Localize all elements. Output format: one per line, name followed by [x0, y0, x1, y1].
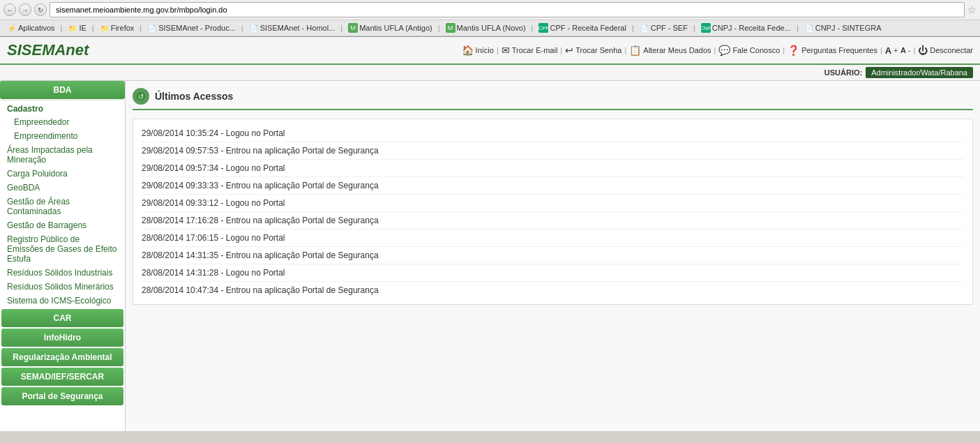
sidebar-item-empreendedor[interactable]: Empreendedor — [0, 115, 125, 129]
bookmark-sisema-prod[interactable]: 📄 SISEMAnet - Produc... — [144, 22, 239, 34]
mantis-icon-2: M — [446, 23, 455, 33]
user-name: Administrador/Wata/Rabana — [866, 67, 973, 78]
address-bar[interactable] — [50, 2, 965, 17]
log-entry-7: 28/08/2014 17:06:15 - Logou no Portal — [142, 230, 964, 247]
bookmark-star-icon[interactable]: ☆ — [967, 4, 977, 15]
forward-button[interactable]: → — [19, 3, 31, 16]
sidebar-item-empreendimento[interactable]: Empreendimento — [0, 129, 125, 143]
app-logo: SISEMAnet — [7, 41, 89, 59]
sidebar-bda-button[interactable]: BDA — [0, 81, 125, 99]
folder-icon-2: 📁 — [100, 23, 110, 33]
sidebar-item-residuos-minerarios[interactable]: Resíduos Sólidos Minerários — [0, 280, 125, 294]
log-entry-4: 29/08/2014 09:33:33 - Entrou na aplicaçã… — [142, 177, 964, 195]
bookmarks-bar: ⚡ Aplicativos | 📁 IE | 📁 Firefox | 📄 SIS… — [0, 20, 980, 36]
bookmark-cpf-sef[interactable]: 📄 CPF - SEF — [636, 22, 691, 34]
sidebar-item-icms-ecologico[interactable]: Sistema do ICMS-Ecológico — [0, 294, 125, 308]
sidebar-item-areas-impactadas[interactable]: Áreas Impactadas pela Mineração — [0, 143, 125, 167]
home-icon: 🏠 — [462, 45, 474, 56]
bookmark-aplicativos[interactable]: ⚡ Aplicativos — [3, 22, 59, 34]
log-entry-9: 28/08/2014 14:31:28 - Logou no Portal — [142, 264, 964, 282]
top-nav-links: 🏠 Início | ✉ Trocar E-mail | ↩ Trocar Se… — [462, 45, 973, 56]
email-icon: ✉ — [502, 45, 510, 56]
bookmark-ie[interactable]: 📁 IE — [64, 22, 89, 34]
sidebar-portal-seguranca-button[interactable]: Portal de Segurança — [1, 387, 123, 405]
page-icon-4: 📄 — [804, 23, 814, 33]
content-title: Últimos Acessos — [155, 91, 233, 102]
page-icon-3: 📄 — [640, 23, 649, 33]
bookmark-mantis-novo[interactable]: M Mantis UFLA (Novo) — [442, 22, 529, 34]
log-entry-6: 28/08/2014 17:16:28 - Entrou na aplicaçã… — [142, 212, 964, 230]
sidebar-item-gestao-barragens[interactable]: Gestão de Barragens — [0, 218, 125, 232]
nav-alterar-dados[interactable]: 📋 Alterar Meus Dados — [629, 45, 711, 56]
nav-fale-conosco[interactable]: 💬 Fale Conosco — [718, 45, 780, 56]
access-log: 29/08/2014 10:35:24 - Logou no Portal 29… — [133, 119, 973, 305]
key-icon: ↩ — [565, 45, 573, 56]
page-icon-2: 📄 — [249, 23, 259, 33]
nav-trocar-senha[interactable]: ↩ Trocar Senha — [565, 45, 621, 56]
browser-chrome: ← → ↻ ☆ ⚡ Aplicativos | 📁 IE | 📁 Firefox… — [0, 0, 980, 37]
content-header-icon: ↺ — [133, 88, 149, 105]
browser-toolbar: ← → ↻ ☆ — [0, 0, 980, 20]
log-entry-3: 29/08/2014 09:57:34 - Logou no Portal — [142, 160, 964, 177]
bookmark-cpf-receita[interactable]: CPF CPF - Receita Federal — [535, 22, 629, 34]
apps-icon: ⚡ — [7, 23, 17, 33]
nav-font-increase[interactable]: A+ — [885, 45, 898, 56]
edit-icon: 📋 — [629, 45, 641, 56]
sidebar-item-registro-publico[interactable]: Registro Público de Emissões de Gases de… — [0, 232, 125, 266]
log-entry-8: 28/08/2014 14:31:35 - Entrou na aplicaçã… — [142, 247, 964, 264]
sidebar-item-gestao-areas[interactable]: Gestão de Áreas Contaminadas — [0, 195, 125, 218]
content-area: ↺ Últimos Acessos 29/08/2014 10:35:24 - … — [126, 81, 980, 431]
bookmark-sisema-homol[interactable]: 📄 SISEMAnet - Homol... — [246, 22, 339, 34]
reload-button[interactable]: ↻ — [34, 3, 47, 16]
content-header: ↺ Últimos Acessos — [133, 88, 973, 110]
log-entry-1: 29/08/2014 10:35:24 - Logou no Portal — [142, 125, 964, 142]
back-button[interactable]: ← — [3, 3, 16, 16]
bookmark-cnpj-receita[interactable]: CNP CNPJ - Receita Fede... — [698, 22, 794, 34]
sidebar-car-button[interactable]: CAR — [1, 309, 123, 327]
nav-font-decrease[interactable]: A- — [900, 46, 910, 54]
user-label: USUÁRIO: — [824, 68, 862, 77]
app-shell: SISEMAnet 🏠 Início | ✉ Trocar E-mail | ↩… — [0, 37, 980, 431]
chat-icon: 💬 — [718, 45, 730, 56]
sidebar-semad-button[interactable]: SEMAD/IEF/SERCAR — [1, 368, 123, 386]
sidebar-regularizacao-button[interactable]: Regularização Ambiental — [1, 348, 123, 366]
bookmark-firefox[interactable]: 📁 Firefox — [96, 22, 138, 34]
sidebar-cadastro-label: Cadastro — [0, 100, 125, 115]
main-area: BDA Cadastro Empreendedor Empreendimento… — [0, 81, 980, 431]
cpf-icon: CPF — [538, 23, 548, 33]
bookmark-mantis-antigo[interactable]: M Mantis UFLA (Antigo) — [345, 22, 436, 34]
nav-trocar-email[interactable]: ✉ Trocar E-mail — [502, 45, 558, 56]
user-bar: USUÁRIO: Administrador/Wata/Rabana — [0, 65, 980, 81]
nav-inicio[interactable]: 🏠 Início — [462, 45, 494, 56]
top-nav: SISEMAnet 🏠 Início | ✉ Trocar E-mail | ↩… — [0, 37, 980, 65]
sidebar: BDA Cadastro Empreendedor Empreendimento… — [0, 81, 126, 431]
sidebar-infohidro-button[interactable]: InfoHidro — [1, 329, 123, 347]
nav-desconectar[interactable]: ⏻ Desconectar — [918, 45, 973, 56]
power-icon: ⏻ — [918, 45, 928, 56]
sidebar-item-carga-poluidora[interactable]: Carga Poluidora — [0, 167, 125, 181]
cnpj-icon: CNP — [701, 23, 711, 33]
log-entry-5: 29/08/2014 09:33:12 - Logou no Portal — [142, 195, 964, 212]
bookmark-cnpj-sintegra[interactable]: 📄 CNPJ - SINTEGRA — [801, 22, 885, 34]
question-icon: ❓ — [787, 45, 799, 56]
log-entry-2: 29/08/2014 09:57:53 - Entrou na aplicaçã… — [142, 142, 964, 160]
sidebar-item-geobda[interactable]: GeoBDA — [0, 181, 125, 195]
mantis-icon: M — [348, 23, 358, 33]
svg-text:↺: ↺ — [138, 93, 144, 100]
log-entry-10: 28/08/2014 10:47:34 - Entrou na aplicaçã… — [142, 282, 964, 299]
page-icon: 📄 — [147, 23, 157, 33]
sidebar-item-residuos-industriais[interactable]: Resíduos Sólidos Industriais — [0, 266, 125, 280]
nav-perguntas[interactable]: ❓ Perguntas Frequentes — [787, 45, 877, 56]
folder-icon: 📁 — [68, 23, 77, 33]
